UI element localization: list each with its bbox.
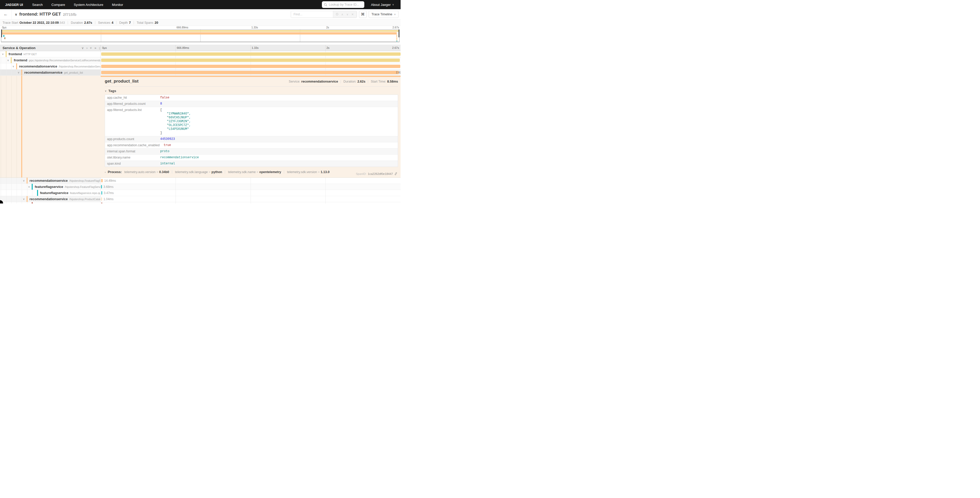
focus-match-icon[interactable] [335, 13, 339, 16]
view-selector-button[interactable]: Trace Timeline ∨ [369, 11, 399, 18]
tag-value: false [158, 95, 398, 101]
tags-section-toggle[interactable]: ∨ Tags [105, 89, 398, 93]
collapse-one-icon[interactable]: ∨ [81, 46, 84, 50]
chevron-down-icon[interactable]: ∨ [18, 71, 19, 74]
span-service: recommendationservice [19, 64, 57, 68]
span-id-label: SpanID: [356, 172, 367, 176]
chevron-down-icon[interactable]: ∨ [13, 65, 14, 68]
nav-item-monitor[interactable]: Monitor [112, 3, 123, 6]
nav-item-search[interactable]: Search [32, 3, 43, 6]
search-icon [324, 3, 327, 6]
find-input[interactable] [291, 11, 333, 18]
span-detail-row: get_product_list Service: recommendation… [0, 76, 401, 178]
depth-label: Depth [119, 21, 128, 24]
tags-section-title: Tags [108, 89, 116, 93]
span-row-featureflag-call[interactable]: ∨ recommendationservice/hipstershop.Feat… [0, 178, 401, 184]
trace-title: frontend: HTTP GET [19, 12, 61, 17]
chevron-down-icon: ∨ [392, 3, 394, 6]
span-service: recommendationservice [24, 70, 63, 74]
tag-key: app.cache_hit [105, 95, 158, 101]
span-row-get-product-list-selected[interactable]: ∨ recommendationserviceget_product_list … [0, 70, 401, 76]
collapse-all-icon[interactable]: » [89, 47, 93, 49]
service-color-accent [32, 202, 33, 203]
about-jaeger-label: About Jaeger [371, 3, 391, 6]
service-label: Service: [289, 80, 300, 83]
span-row-frontend-grpc[interactable]: ∨ frontendgrpc.hipstershop.Recommendatio… [0, 57, 401, 64]
span-operation: /hipstershop.FeatureFlagService... [69, 179, 101, 182]
process-label: Process: [108, 170, 122, 174]
tag-key: app.filtered_products.list [105, 107, 158, 136]
tag-row: span.kind internal [105, 161, 398, 167]
span-service: frontend [9, 52, 22, 56]
span-row-partial[interactable] [0, 202, 401, 203]
tag-key: app.filtered_products.count [105, 101, 158, 107]
span-duration-label: 3.47ms [104, 191, 114, 195]
tag-row: app.recommendation.cache_enabled true [105, 142, 398, 148]
service-color-accent [11, 57, 12, 63]
span-bar[interactable] [101, 65, 400, 68]
tag-key: otel.library.name [105, 155, 158, 161]
nav-item-system-architecture[interactable]: System Architecture [74, 3, 103, 6]
span-row-frontend-httpget[interactable]: ∨ frontendHTTP GET [0, 51, 401, 57]
span-bar[interactable] [102, 203, 102, 203]
span-duration-label: 3.68ms [103, 185, 113, 189]
chevron-down-icon[interactable]: ∨ [7, 59, 9, 62]
chevron-down-icon[interactable]: ∨ [28, 185, 30, 188]
span-row-featureflagservice-get[interactable]: ∨ featureflagservice/hipstershop.Feature… [0, 184, 401, 190]
tag-value: internal [158, 161, 398, 167]
nav-item-compare[interactable]: Compare [51, 3, 65, 6]
back-button[interactable]: ← [0, 9, 12, 19]
minimap-left-handle[interactable] [1, 30, 2, 37]
span-bar[interactable] [101, 53, 401, 56]
minimap-span-bar [1, 30, 399, 32]
about-jaeger-menu[interactable]: About Jaeger ∨ [371, 3, 394, 6]
service-color-accent [32, 184, 33, 190]
span-service: recommendationservice [30, 179, 68, 182]
span-bar[interactable] [101, 59, 400, 62]
service-operation-title: Service & Operation [3, 46, 35, 50]
chevron-down-icon[interactable]: ∨ [23, 198, 25, 200]
span-bar[interactable] [101, 71, 399, 74]
minimap-span-bar [1, 32, 397, 35]
span-operation: featureflagservice.repo.query:fe... [70, 192, 101, 195]
process-section-toggle[interactable]: › Process: telemetry.auto.version=0.34b0… [105, 170, 398, 174]
span-service: featureflagservice [40, 191, 68, 195]
tag-value: true [162, 142, 398, 148]
span-row-recommendationservice-list[interactable]: ∨ recommendationservice/hipstershop.Reco… [0, 64, 401, 70]
timeline-minimap[interactable] [1, 29, 399, 42]
timeline-column-header: Service & Operation ∨ › » » ∥ 0μs 666.89… [0, 45, 401, 51]
expand-one-icon[interactable]: › [86, 46, 88, 50]
app-brand[interactable]: JAEGER UI [5, 3, 23, 6]
chevron-down-icon[interactable]: ∨ [2, 53, 4, 56]
service-color-accent [27, 178, 28, 184]
clear-find-icon[interactable]: ✕ [350, 13, 355, 16]
span-row-featureflag-repo-query[interactable]: featureflagservicefeatureflagservice.rep… [0, 190, 401, 196]
collapse-trace-chevron-icon[interactable]: ∨ [15, 13, 18, 16]
tag-key: internal.span.format [105, 148, 158, 155]
trace-lookup-box[interactable] [322, 1, 364, 8]
prev-match-icon[interactable]: ∧ [340, 13, 344, 16]
expand-all-icon[interactable]: » [94, 46, 96, 50]
span-rows-bottom: ∨ recommendationservice/hipstershop.Feat… [0, 178, 401, 203]
chevron-down-icon[interactable]: ∨ [23, 179, 25, 182]
link-icon[interactable] [394, 172, 398, 176]
json-item: "LS4PSXUNUM" [160, 127, 396, 131]
service-operation-header: Service & Operation ∨ › » » ∥ [0, 45, 101, 51]
trace-id: 2f715fb [63, 12, 76, 17]
service-color-accent [16, 64, 17, 69]
span-bar[interactable] [102, 197, 102, 201]
span-bar[interactable] [102, 191, 102, 195]
trace-lookup-input[interactable] [329, 3, 362, 6]
span-bar[interactable] [101, 179, 103, 182]
column-resize-handle[interactable]: ∥ [99, 47, 100, 49]
span-bar[interactable] [101, 185, 102, 188]
span-service: recommendationservice [30, 197, 68, 201]
minimap-right-handle[interactable] [399, 30, 399, 37]
span-row-productcatalog-call[interactable]: ∨ recommendationservice/hipstershop.Prod… [0, 196, 401, 202]
next-match-icon[interactable]: ∨ [345, 13, 350, 16]
span-detail-title: get_product_list [105, 79, 138, 84]
keyboard-shortcuts-button[interactable]: ⌘ [359, 11, 367, 18]
trace-summary-bar: Trace Start October 22 2022, 22:10:09 .5… [0, 20, 401, 26]
json-item: "2ZYFJ3GM2N", [160, 120, 396, 123]
process-value: python [212, 170, 222, 174]
